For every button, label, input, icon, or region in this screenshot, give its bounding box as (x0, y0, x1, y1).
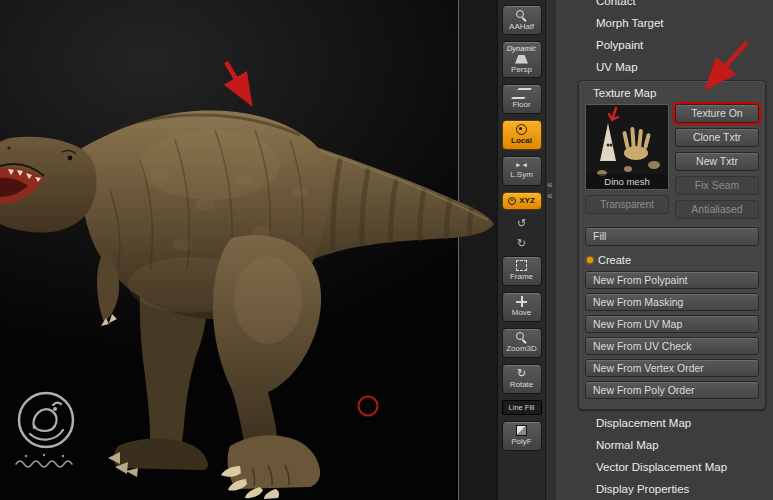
orange-bullet-icon (587, 257, 593, 263)
shelf-button-floor[interactable]: Floor (502, 84, 542, 114)
transparent-button[interactable]: Transparent (585, 195, 669, 214)
menu-item-vector-displacement-map[interactable]: Vector Displacement Map (556, 456, 773, 478)
new-from-uv-check-button[interactable]: New From UV Check (585, 337, 759, 355)
shelf-button-xyz[interactable]: XYZ (502, 192, 542, 210)
shelf-button-zoom3d[interactable]: Zoom3D (502, 328, 542, 358)
shelf-button-label: Persp (511, 66, 532, 74)
menu-item-polypaint[interactable]: Polypaint (556, 34, 773, 56)
antialiased-button[interactable]: Antialiased (675, 200, 759, 219)
texture-on-button[interactable]: Texture On (675, 104, 759, 123)
new-from-uv-map-button[interactable]: New From UV Map (585, 315, 759, 333)
shelf-button-label: Zoom3D (506, 345, 537, 353)
shelf-button-polyf[interactable]: PolyF (502, 421, 542, 451)
shelf-button-aahalf[interactable]: AAHalf (502, 5, 542, 35)
watermark-logo (8, 388, 86, 492)
shelf-button-frame[interactable]: Frame (502, 256, 542, 286)
rotate-icon: ↻ (517, 368, 526, 379)
symmetry-icon: ►◄ (515, 162, 528, 169)
collapse-chevron-icon: « (547, 180, 553, 190)
spin-ccw-button[interactable]: ↺ (512, 216, 532, 230)
perspective-icon (515, 55, 528, 64)
new-from-poly-order-button[interactable]: New From Poly Order (585, 381, 759, 399)
new-from-vertex-order-button[interactable]: New From Vertex Order (585, 359, 759, 377)
create-subheader[interactable]: Create (585, 246, 759, 271)
new-from-polypaint-button[interactable]: New From Polypaint (585, 271, 759, 289)
shelf-button-label: PolyF (511, 438, 531, 446)
fix-seam-button[interactable]: Fix Seam (675, 176, 759, 195)
collapse-chevron-icon: « (547, 191, 553, 201)
dynamic-label: Dynamic (507, 45, 536, 53)
menu-item-morph-target[interactable]: Morph Target (556, 12, 773, 34)
shelf-button-label: Rotate (510, 381, 534, 389)
shelf-button-label: Frame (510, 273, 533, 281)
right-shelf: AAHalf Dynamic Persp Floor Local ►◄ L.Sy… (497, 0, 545, 500)
shelf-button-label: AAHalf (509, 23, 534, 31)
panel-splitter[interactable]: « « (545, 0, 556, 500)
shelf-button-label: XYZ (519, 197, 535, 205)
shelf-button-label: L.Sym (510, 171, 533, 179)
shelf-button-label: Move (512, 309, 532, 317)
shelf-button-move[interactable]: Move (502, 292, 542, 322)
new-from-masking-button[interactable]: New From Masking (585, 293, 759, 311)
menu-item-uv-map[interactable]: UV Map (556, 56, 773, 78)
floor-grid-icon (511, 88, 532, 99)
shelf-button-local[interactable]: Local (502, 120, 542, 150)
texture-thumbnail[interactable]: Dino mesh (585, 104, 669, 190)
new-txtr-button[interactable]: New Txtr (675, 152, 759, 171)
menu-item-displacement-map[interactable]: Displacement Map (556, 412, 773, 434)
polyframe-icon (516, 425, 527, 436)
shelf-button-label: Floor (512, 101, 530, 109)
tool-panel: Contact Morph Target Polypaint UV Map Te… (556, 0, 773, 500)
texture-map-section: Texture Map (578, 80, 766, 410)
xyz-axis-icon (508, 197, 516, 205)
local-pivot-icon (516, 124, 527, 135)
shelf-button-persp[interactable]: Dynamic Persp (502, 41, 542, 78)
shelf-button-label: Local (511, 137, 532, 145)
move-cross-icon (516, 296, 527, 307)
3d-viewport[interactable] (0, 0, 497, 500)
zoom-magnifier-icon (516, 332, 527, 343)
texture-name: Dino mesh (586, 174, 668, 189)
line-fill-label: Line Fill (502, 400, 542, 415)
shelf-button-rotate[interactable]: ↻ Rotate (502, 364, 542, 394)
clone-txtr-button[interactable]: Clone Txtr (675, 128, 759, 147)
texture-map-header[interactable]: Texture Map (585, 85, 759, 104)
spin-cw-button[interactable]: ↻ (512, 236, 532, 250)
zbrush-window: AAHalf Dynamic Persp Floor Local ►◄ L.Sy… (0, 0, 773, 500)
magnifier-icon (516, 10, 527, 21)
menu-item-display-properties[interactable]: Display Properties (556, 478, 773, 500)
create-title: Create (598, 254, 631, 266)
menu-item-contact[interactable]: Contact (556, 0, 773, 12)
shelf-button-lsym[interactable]: ►◄ L.Sym (502, 156, 542, 186)
menu-item-normal-map[interactable]: Normal Map (556, 434, 773, 456)
fill-button[interactable]: Fill (585, 227, 759, 246)
frame-icon (516, 260, 527, 271)
